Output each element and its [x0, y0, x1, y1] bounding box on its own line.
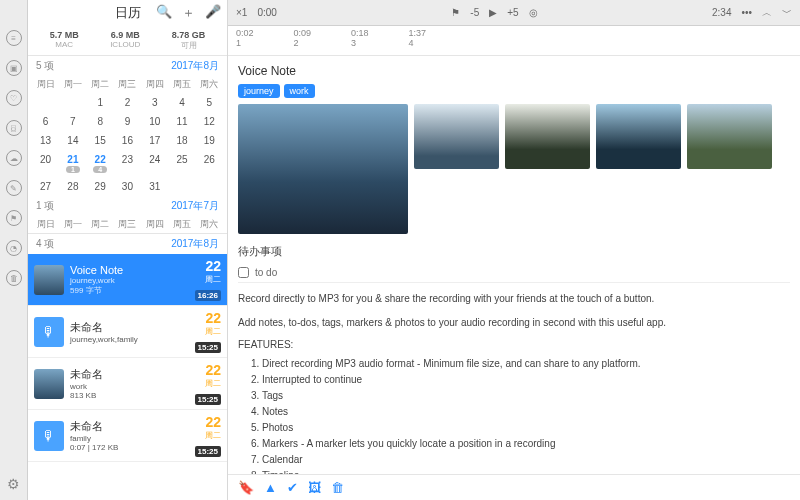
- cal1-header: 5 项 2017年8月: [28, 56, 227, 76]
- photo-thumb[interactable]: [505, 104, 590, 169]
- calendar-day[interactable]: 14: [59, 131, 86, 150]
- list-icon[interactable]: ≡: [6, 30, 22, 46]
- features-heading: FEATURES:: [238, 339, 790, 350]
- add-icon[interactable]: ＋: [182, 4, 195, 22]
- todo-checkbox[interactable]: [238, 267, 249, 278]
- tag[interactable]: journey: [238, 84, 280, 98]
- main-pane: ×1 0:00 ⚑ -5 ▶ +5 ◎ 2:34 ••• ︿ ﹀ 0:0210:…: [228, 0, 800, 500]
- flag-icon[interactable]: ⚑: [6, 210, 22, 226]
- photo-icon[interactable]: 🖼: [308, 480, 321, 495]
- marker[interactable]: 1:374: [409, 28, 427, 53]
- list-header: 4 项 2017年8月: [28, 233, 227, 254]
- note-list: Voice Notejourney,work599 字节22周二16:26🎙未命…: [28, 254, 227, 500]
- calendar-day[interactable]: 15: [87, 131, 114, 150]
- search-icon[interactable]: 🔍: [156, 4, 172, 22]
- list-item[interactable]: 🎙未命名family0:07 | 172 KB22周二15:25: [28, 410, 227, 462]
- calendar-day[interactable]: 28: [59, 177, 86, 196]
- calendar-day[interactable]: 1: [87, 93, 114, 112]
- monitor-icon[interactable]: ⌼: [6, 120, 22, 136]
- list-thumb: 🎙: [34, 317, 64, 347]
- calendar-day[interactable]: 12: [196, 112, 223, 131]
- flag-icon[interactable]: ⚑: [451, 7, 460, 18]
- photo-thumb[interactable]: [687, 104, 772, 169]
- check-icon[interactable]: ✔: [287, 480, 298, 495]
- calendar-day[interactable]: 3: [141, 93, 168, 112]
- list-item[interactable]: 🎙未命名journey,work,family22周二15:25: [28, 306, 227, 358]
- todo-heading: 待办事项: [238, 244, 790, 259]
- calendar-day[interactable]: 22: [87, 150, 114, 177]
- calendar-day[interactable]: 31: [141, 177, 168, 196]
- calendar-day[interactable]: 16: [114, 131, 141, 150]
- trash-icon[interactable]: 🗑: [6, 270, 22, 286]
- calendar-day[interactable]: 4: [168, 93, 195, 112]
- marker[interactable]: 0:183: [351, 28, 369, 53]
- list-item[interactable]: Voice Notejourney,work599 字节22周二16:26: [28, 254, 227, 306]
- photo-thumb[interactable]: [596, 104, 681, 169]
- mic-icon[interactable]: 🎤: [205, 4, 221, 22]
- marker[interactable]: 0:092: [294, 28, 312, 53]
- note-icon[interactable]: ✎: [6, 180, 22, 196]
- weekday-row: 周日周一周二周三周四周五周六: [28, 76, 227, 93]
- calendar-day[interactable]: 11: [168, 112, 195, 131]
- tag-icon[interactable]: 🔖: [238, 480, 254, 495]
- calendar-day[interactable]: 24: [141, 150, 168, 177]
- calendar-day[interactable]: 27: [32, 177, 59, 196]
- calendar-day[interactable]: 6: [32, 112, 59, 131]
- list-item[interactable]: 未命名work813 KB22周二15:25: [28, 358, 227, 410]
- calendar-day[interactable]: 19: [196, 131, 223, 150]
- timeline-ruler[interactable]: 0:0210:0920:1831:374: [228, 26, 800, 56]
- marker[interactable]: 0:021: [236, 28, 254, 53]
- calendar-day[interactable]: 8: [87, 112, 114, 131]
- calendar-day[interactable]: 21: [59, 150, 86, 177]
- calendar-day[interactable]: 29: [87, 177, 114, 196]
- play-button[interactable]: ▶: [489, 7, 497, 18]
- position-label: 0:00: [257, 7, 276, 18]
- photo-thumb[interactable]: [238, 104, 408, 234]
- heart-icon[interactable]: ♡: [6, 90, 22, 106]
- camera-icon[interactable]: ▣: [6, 60, 22, 76]
- todo-item[interactable]: to do: [238, 263, 790, 283]
- calendar-day[interactable]: 13: [32, 131, 59, 150]
- cloud-icon[interactable]: ☁: [6, 150, 22, 166]
- weekday-row: 周日周一周二周三周四周五周六: [28, 216, 227, 233]
- marker-icon[interactable]: ▲: [264, 480, 277, 495]
- calendar-day[interactable]: 20: [32, 150, 59, 177]
- calendar-days: 1234567891011121314151617181920212223242…: [28, 93, 227, 196]
- list-thumb: 🎙: [34, 421, 64, 451]
- calendar-day[interactable]: 26: [196, 150, 223, 177]
- list-thumb: [34, 369, 64, 399]
- calendar-day[interactable]: 5: [196, 93, 223, 112]
- calendar-day[interactable]: [32, 93, 59, 112]
- more-icon[interactable]: •••: [742, 7, 753, 18]
- photo-row: [238, 104, 790, 234]
- calendar-day[interactable]: 7: [59, 112, 86, 131]
- calendar-day[interactable]: 2: [114, 93, 141, 112]
- calendar-day[interactable]: 18: [168, 131, 195, 150]
- forward-button[interactable]: +5: [507, 7, 518, 18]
- cal2-header: 1 项 2017年7月: [28, 196, 227, 216]
- speed-label[interactable]: ×1: [236, 7, 247, 18]
- calendar-day[interactable]: 30: [114, 177, 141, 196]
- titlebar: 日历 🔍 ＋ 🎤: [28, 0, 227, 26]
- note-title[interactable]: Voice Note: [238, 64, 790, 78]
- photo-thumb[interactable]: [414, 104, 499, 169]
- calendar-day[interactable]: 9: [114, 112, 141, 131]
- rewind-button[interactable]: -5: [470, 7, 479, 18]
- chart-icon[interactable]: ◔: [6, 240, 22, 256]
- calendar-day[interactable]: 10: [141, 112, 168, 131]
- trash-icon[interactable]: 🗑: [331, 480, 344, 495]
- calendar-day[interactable]: 23: [114, 150, 141, 177]
- desc-p1: Record directly to MP3 for you & share t…: [238, 291, 790, 307]
- calendar-day[interactable]: 17: [141, 131, 168, 150]
- icon-sidebar: ≡ ▣ ♡ ⌼ ☁ ✎ ⚑ ◔ 🗑 ⚙: [0, 0, 28, 500]
- airplay-icon[interactable]: ◎: [529, 7, 538, 18]
- calendar-day[interactable]: [59, 93, 86, 112]
- player-toolbar: ×1 0:00 ⚑ -5 ▶ +5 ◎ 2:34 ••• ︿ ﹀: [228, 0, 800, 26]
- tag-row: journeywork: [238, 84, 790, 98]
- chevron-down-icon[interactable]: ﹀: [782, 6, 792, 20]
- tag[interactable]: work: [284, 84, 315, 98]
- chevron-up-icon[interactable]: ︿: [762, 6, 772, 20]
- bottom-toolbar: 🔖 ▲ ✔ 🖼 🗑: [228, 474, 800, 500]
- gear-icon[interactable]: ⚙: [7, 476, 20, 492]
- calendar-day[interactable]: 25: [168, 150, 195, 177]
